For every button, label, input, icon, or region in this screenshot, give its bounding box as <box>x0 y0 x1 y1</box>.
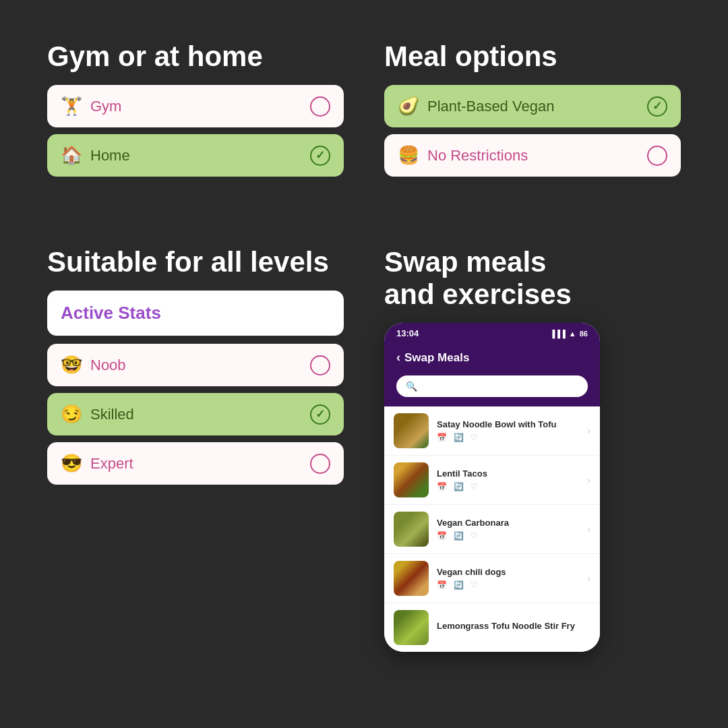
back-arrow-icon: ‹ <box>396 351 400 365</box>
noob-radio[interactable] <box>310 355 330 375</box>
main-container: Gym or at home 🏋️ Gym 🏠 Home Meal option… <box>0 0 728 728</box>
meal-name: Vegan Carbonara <box>437 518 579 528</box>
heart-icon: ♡ <box>471 482 478 491</box>
gym-option[interactable]: 🏋️ Gym <box>47 85 344 127</box>
section-levels: Suitable for all levels Active Stats 🤓 N… <box>47 246 344 688</box>
meal-info: Lentil Tacos 📅 🔄 ♡ <box>437 468 579 491</box>
expert-emoji: 😎 <box>61 453 82 474</box>
burger-emoji: 🍔 <box>398 145 419 166</box>
section-swap: Swap meals and exercises 13:04 ▐▐▐ ▲ 86 … <box>384 246 681 688</box>
status-icons: ▐▐▐ ▲ 86 <box>549 330 588 338</box>
swap-icon: 🔄 <box>454 482 464 491</box>
chevron-right-icon: › <box>587 573 590 584</box>
heart-icon: ♡ <box>471 433 478 442</box>
phone-header: ‹ Swap Meals <box>384 344 600 375</box>
chevron-right-icon: › <box>587 524 590 535</box>
home-check <box>310 146 330 166</box>
header-title: Swap Meals <box>404 351 469 365</box>
home-emoji: 🏠 <box>61 145 82 166</box>
back-nav[interactable]: ‹ Swap Meals <box>396 351 588 365</box>
meal-name: Satay Noodle Bowl with Tofu <box>437 419 579 429</box>
status-bar: 13:04 ▐▐▐ ▲ 86 <box>384 323 600 344</box>
meal-action-icons: 📅 🔄 ♡ <box>437 433 579 442</box>
meal-image <box>394 413 429 448</box>
meal-row[interactable]: Vegan Carbonara 📅 🔄 ♡ › <box>384 505 600 554</box>
vegan-option[interactable]: 🥑 Plant-Based Vegan <box>384 85 681 127</box>
swap-icon: 🔄 <box>454 531 464 541</box>
levels-title: Suitable for all levels <box>47 246 344 278</box>
signal-icon: ▐▐▐ <box>549 330 565 338</box>
search-icon: 🔍 <box>406 381 417 392</box>
vegan-emoji: 🥑 <box>398 96 419 117</box>
meals-list: Satay Noodle Bowl with Tofu 📅 🔄 ♡ › <box>384 406 600 652</box>
gym-radio[interactable] <box>310 96 330 117</box>
meal-row[interactable]: Vegan chili dogs 📅 🔄 ♡ › <box>384 554 600 603</box>
skilled-check <box>310 404 330 425</box>
skilled-option[interactable]: 😏 Skilled <box>47 393 344 435</box>
expert-option[interactable]: 😎 Expert <box>47 442 344 485</box>
swap-icon: 🔄 <box>454 433 464 442</box>
battery-icon: 86 <box>580 330 588 338</box>
phone-search-area: 🔍 <box>384 375 600 406</box>
norestriction-option[interactable]: 🍔 No Restrictions <box>384 134 681 177</box>
swap-icon: 🔄 <box>454 580 464 590</box>
swap-title: Swap meals and exercises <box>384 246 681 311</box>
vegan-label: Plant-Based Vegan <box>427 98 554 115</box>
meal-info: Satay Noodle Bowl with Tofu 📅 🔄 ♡ <box>437 419 579 442</box>
noob-label: Noob <box>90 357 126 374</box>
meal-info: Lemongrass Tofu Noodle Stir Fry <box>437 621 590 634</box>
norestriction-label: No Restrictions <box>427 147 528 164</box>
section-meal: Meal options 🥑 Plant-Based Vegan 🍔 No Re… <box>384 40 681 219</box>
meal-action-icons: 📅 🔄 ♡ <box>437 580 579 590</box>
home-option-left: 🏠 Home <box>61 145 130 166</box>
vegan-check <box>647 96 667 117</box>
chevron-right-icon: › <box>587 425 590 436</box>
gym-label: Gym <box>90 98 121 115</box>
calendar-icon: 📅 <box>437 580 447 590</box>
active-stats-input[interactable]: Active Stats <box>47 291 344 336</box>
section-gym: Gym or at home 🏋️ Gym 🏠 Home <box>47 40 344 219</box>
phone-wrapper: 13:04 ▐▐▐ ▲ 86 ‹ Swap Meals <box>384 323 681 652</box>
meal-action-icons: 📅 🔄 ♡ <box>437 531 579 541</box>
home-option[interactable]: 🏠 Home <box>47 134 344 177</box>
heart-icon: ♡ <box>471 531 478 541</box>
home-label: Home <box>90 147 130 164</box>
phone-mockup: 13:04 ▐▐▐ ▲ 86 ‹ Swap Meals <box>384 323 600 652</box>
wifi-icon: ▲ <box>569 330 576 338</box>
expert-option-left: 😎 Expert <box>61 453 133 474</box>
expert-radio[interactable] <box>310 454 330 474</box>
calendar-icon: 📅 <box>437 531 447 541</box>
meal-image <box>394 561 429 596</box>
noob-option[interactable]: 🤓 Noob <box>47 344 344 386</box>
calendar-icon: 📅 <box>437 482 447 491</box>
meal-action-icons: 📅 🔄 ♡ <box>437 482 579 491</box>
meal-name: Vegan chili dogs <box>437 567 579 577</box>
noob-option-left: 🤓 Noob <box>61 355 126 375</box>
status-time: 13:04 <box>396 328 419 338</box>
meal-info: Vegan chili dogs 📅 🔄 ♡ <box>437 567 579 590</box>
gym-emoji: 🏋️ <box>61 96 82 117</box>
noob-emoji: 🤓 <box>61 355 82 375</box>
meal-title: Meal options <box>384 40 681 73</box>
meal-name: Lemongrass Tofu Noodle Stir Fry <box>437 621 590 631</box>
chevron-right-icon: › <box>587 475 590 485</box>
meal-row[interactable]: Satay Noodle Bowl with Tofu 📅 🔄 ♡ › <box>384 406 600 456</box>
active-stats-label: Active Stats <box>61 303 161 324</box>
meal-row[interactable]: Lemongrass Tofu Noodle Stir Fry <box>384 603 600 652</box>
meal-info: Vegan Carbonara 📅 🔄 ♡ <box>437 518 579 541</box>
norestriction-radio[interactable] <box>647 146 667 166</box>
meal-image <box>394 512 429 547</box>
gym-option-left: 🏋️ Gym <box>61 96 121 117</box>
gym-title: Gym or at home <box>47 40 344 73</box>
skilled-emoji: 😏 <box>61 404 82 425</box>
heart-icon: ♡ <box>471 580 478 590</box>
norestriction-option-left: 🍔 No Restrictions <box>398 145 528 166</box>
search-bar[interactable]: 🔍 <box>396 375 588 397</box>
meal-image <box>394 462 429 497</box>
expert-label: Expert <box>90 455 133 473</box>
meal-name: Lentil Tacos <box>437 468 579 479</box>
skilled-label: Skilled <box>90 406 134 423</box>
meal-row[interactable]: Lentil Tacos 📅 🔄 ♡ › <box>384 456 600 505</box>
calendar-icon: 📅 <box>437 433 447 442</box>
skilled-option-left: 😏 Skilled <box>61 404 134 425</box>
